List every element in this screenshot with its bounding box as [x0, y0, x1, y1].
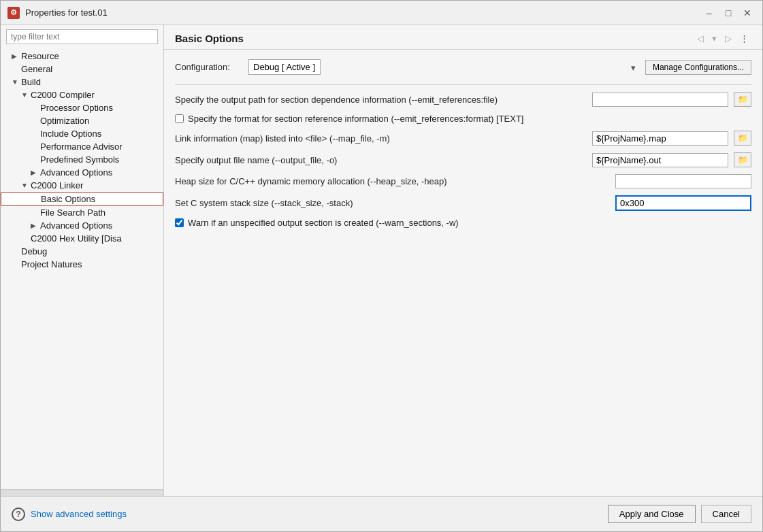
output-file-browse-button[interactable]: 📁	[734, 152, 751, 167]
tree: ▶ Resource General ▼ Build ▼ C2000 Compi…	[1, 48, 163, 489]
toolbar-menu-button[interactable]: ⋮	[737, 32, 751, 45]
tree-arrow: ▶	[31, 222, 40, 229]
footer-right: Apply and Close Cancel	[608, 505, 751, 523]
window-controls: – □ ✕	[701, 6, 756, 20]
section-divider	[175, 84, 751, 85]
tree-arrow: ▼	[12, 78, 21, 86]
sidebar-item-label: Debug	[21, 246, 161, 256]
config-row: Configuration: Debug [ Active ] Manage C…	[175, 59, 751, 75]
sidebar-item-resource[interactable]: ▶ Resource	[1, 50, 163, 63]
map-file-browse-button[interactable]: 📁	[734, 131, 751, 146]
sidebar-item-label: C2000 Compiler	[31, 90, 161, 100]
app-icon: ⚙	[7, 7, 20, 19]
tree-arrow: ▼	[21, 91, 31, 99]
main-toolbar: ◁ ▾ ▷ ⋮	[694, 32, 751, 45]
manage-configurations-button[interactable]: Manage Configurations...	[645, 60, 751, 75]
sidebar-item-c2000-hex-utility[interactable]: C2000 Hex Utility [Disa	[1, 232, 163, 245]
output-file-input[interactable]	[592, 153, 728, 167]
help-icon-label: ?	[16, 510, 20, 519]
heap-size-input[interactable]	[615, 174, 751, 188]
maximize-button[interactable]: □	[720, 6, 736, 20]
dialog-footer: ? Show advanced settings Apply and Close…	[1, 496, 762, 531]
sidebar-item-performance-advisor[interactable]: Performance Advisor	[1, 140, 163, 153]
sidebar-item-debug[interactable]: Debug	[1, 245, 163, 258]
close-button[interactable]: ✕	[739, 6, 756, 20]
dialog-body: ▶ Resource General ▼ Build ▼ C2000 Compi…	[1, 25, 762, 496]
cancel-button[interactable]: Cancel	[701, 505, 751, 523]
stack-size-label: Set C system stack size (--stack_size, -…	[175, 198, 610, 208]
emit-references-file-row: Specify the output path for section depe…	[175, 92, 751, 107]
main-content: Configuration: Debug [ Active ] Manage C…	[164, 50, 762, 496]
sidebar-item-label: Performance Advisor	[40, 142, 161, 152]
sidebar-item-label: General	[21, 64, 161, 74]
sidebar-item-label: C2000 Linker	[31, 180, 161, 190]
warn-sections-row: Warn if an unspecified output section is…	[175, 218, 751, 228]
properties-dialog: ⚙ Properties for test.01 – □ ✕ ▶ Resourc…	[0, 0, 763, 532]
output-file-row: Specify output file name (--output_file,…	[175, 152, 751, 167]
emit-references-format-row: Specify the format for section reference…	[175, 114, 751, 124]
tree-arrow: ▶	[12, 52, 21, 60]
footer-left: ? Show advanced settings	[12, 508, 127, 521]
nav-arrow-icon[interactable]: ▾	[709, 32, 719, 45]
help-icon[interactable]: ?	[12, 508, 25, 521]
emit-references-format-checkbox[interactable]	[175, 114, 184, 123]
stack-size-row: Set C system stack size (--stack_size, -…	[175, 195, 751, 211]
map-file-row: Link information (map) listed into <file…	[175, 131, 751, 146]
sidebar-item-processor-options[interactable]: Processor Options	[1, 101, 163, 114]
sidebar-item-build[interactable]: ▼ Build	[1, 76, 163, 88]
forward-button[interactable]: ▷	[722, 32, 734, 45]
sidebar-item-label: Processor Options	[40, 103, 161, 113]
main-header: Basic Options ◁ ▾ ▷ ⋮	[164, 25, 762, 50]
sidebar-item-label: Project Natures	[21, 259, 161, 269]
sidebar-item-label: Optimization	[40, 116, 161, 126]
sidebar-item-label: Predefined Symbols	[40, 154, 161, 165]
emit-references-file-label: Specify the output path for section depe…	[175, 95, 587, 105]
config-label: Configuration:	[175, 62, 243, 72]
sidebar-item-label: C2000 Hex Utility [Disa	[31, 233, 161, 244]
heap-size-label: Heap size for C/C++ dynamic memory alloc…	[175, 176, 610, 186]
sidebar-item-c2000-linker[interactable]: ▼ C2000 Linker	[1, 179, 163, 192]
sidebar-item-label: Resource	[21, 51, 161, 61]
map-file-label: Link information (map) listed into <file…	[175, 133, 587, 144]
sidebar-item-advanced-options-linker[interactable]: ▶ Advanced Options	[1, 219, 163, 232]
sidebar-item-include-options[interactable]: Include Options	[1, 127, 163, 140]
sidebar-item-label: Include Options	[40, 129, 161, 139]
sidebar-item-predefined-symbols[interactable]: Predefined Symbols	[1, 153, 163, 166]
filter-input[interactable]	[6, 29, 158, 44]
config-dropdown[interactable]: Debug [ Active ]	[248, 59, 321, 75]
sidebar: ▶ Resource General ▼ Build ▼ C2000 Compi…	[1, 25, 164, 496]
dialog-title: Properties for test.01	[25, 7, 696, 18]
emit-references-file-input[interactable]	[592, 93, 728, 107]
sidebar-item-label: Advanced Options	[40, 220, 161, 231]
tree-arrow: ▼	[21, 182, 31, 189]
sidebar-item-optimization[interactable]: Optimization	[1, 114, 163, 127]
map-file-input[interactable]	[592, 131, 728, 146]
emit-references-file-browse-button[interactable]: 📁	[734, 92, 751, 107]
config-dropdown-wrap: Debug [ Active ]	[248, 59, 640, 75]
warn-sections-checkbox[interactable]	[175, 218, 184, 227]
sidebar-item-label: Advanced Options	[40, 167, 161, 178]
sidebar-item-project-natures[interactable]: Project Natures	[1, 258, 163, 271]
sidebar-scrollbar[interactable]	[1, 489, 163, 496]
main-panel: Basic Options ◁ ▾ ▷ ⋮ Configuration: Deb…	[164, 25, 762, 496]
apply-and-close-button[interactable]: Apply and Close	[608, 505, 696, 523]
heap-size-row: Heap size for C/C++ dynamic memory alloc…	[175, 174, 751, 188]
back-button[interactable]: ◁	[694, 32, 707, 45]
minimize-button[interactable]: –	[701, 6, 717, 20]
warn-sections-label: Warn if an unspecified output section is…	[188, 218, 459, 228]
tree-arrow: ▶	[31, 169, 40, 176]
panel-title: Basic Options	[175, 33, 244, 44]
show-advanced-settings-link[interactable]: Show advanced settings	[31, 509, 127, 519]
sidebar-item-file-search-path[interactable]: File Search Path	[1, 206, 163, 219]
sidebar-item-label: File Search Path	[40, 207, 161, 218]
stack-size-input[interactable]	[615, 195, 751, 211]
sidebar-item-advanced-options-compiler[interactable]: ▶ Advanced Options	[1, 166, 163, 179]
output-file-label: Specify output file name (--output_file,…	[175, 155, 587, 165]
sidebar-item-general[interactable]: General	[1, 63, 163, 76]
sidebar-item-label: Build	[21, 77, 161, 87]
sidebar-item-label: Basic Options	[41, 194, 160, 204]
sidebar-item-c2000-compiler[interactable]: ▼ C2000 Compiler	[1, 88, 163, 101]
sidebar-item-basic-options[interactable]: Basic Options	[1, 192, 163, 206]
title-bar: ⚙ Properties for test.01 – □ ✕	[1, 1, 762, 25]
emit-references-format-label: Specify the format for section reference…	[188, 114, 523, 124]
